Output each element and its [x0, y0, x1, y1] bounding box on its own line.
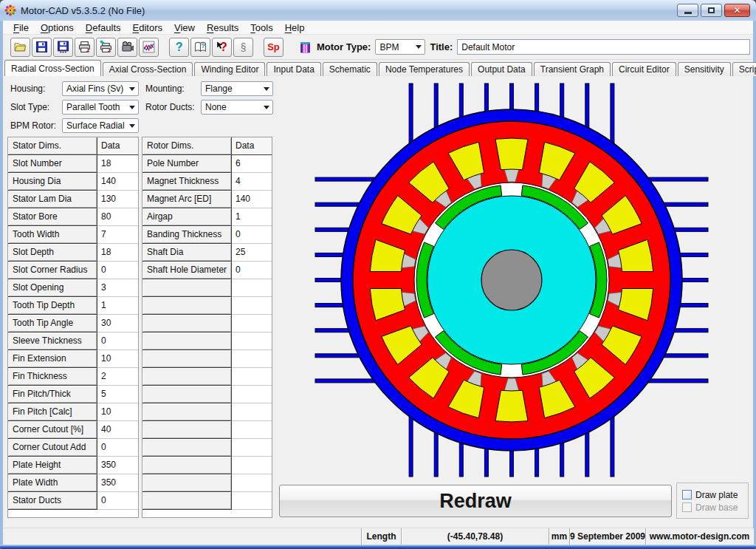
row-label: Slot Corner Radius — [8, 262, 97, 279]
tab-transient-graph[interactable]: Transient Graph — [534, 62, 611, 76]
housing-fin — [409, 83, 413, 150]
row-value[interactable]: 0 — [97, 492, 138, 510]
row-value[interactable]: 130 — [97, 191, 138, 208]
row-value[interactable] — [232, 279, 272, 297]
print-setup-button[interactable] — [96, 38, 116, 57]
row-value[interactable] — [232, 386, 272, 403]
save-as-button[interactable] — [53, 38, 73, 57]
row-label: Fin Pitch [Calc] — [8, 403, 97, 421]
row-value[interactable]: 6 — [232, 155, 272, 173]
row-value[interactable] — [232, 333, 272, 350]
redraw-button[interactable]: Redraw — [279, 485, 672, 517]
tab-radial-cross-section[interactable]: Radial Cross-Section — [4, 60, 101, 76]
tab-schematic[interactable]: Schematic — [323, 62, 377, 76]
row-label: Airgap — [142, 208, 232, 226]
row-value[interactable] — [232, 492, 272, 510]
tab-sensitivity[interactable]: Sensitivity — [678, 62, 731, 76]
menu-file[interactable]: File — [7, 21, 35, 34]
row-value[interactable]: 10 — [97, 403, 138, 421]
row-value[interactable]: 4 — [232, 173, 272, 191]
tab-scripting[interactable]: Scripting — [732, 62, 756, 76]
row-value[interactable]: 10 — [97, 350, 138, 368]
row-value[interactable] — [232, 350, 272, 368]
row-value[interactable]: 1 — [97, 297, 138, 315]
tab-circuit-editor[interactable]: Circuit Editor — [612, 62, 676, 76]
chevron-down-icon — [416, 45, 422, 49]
cross-section-canvas[interactable] — [279, 78, 752, 482]
tab-output-data[interactable]: Output Data — [471, 62, 532, 76]
stator-slot-winding — [495, 138, 528, 170]
housing-fin — [642, 379, 708, 383]
row-value[interactable]: 18 — [97, 155, 138, 173]
row-value[interactable] — [232, 421, 272, 439]
row-value[interactable]: 40 — [97, 421, 138, 439]
row-value[interactable]: 140 — [97, 173, 138, 191]
capture-button[interactable] — [117, 38, 137, 57]
tab-input-data[interactable]: Input Data — [267, 62, 320, 76]
menu-help[interactable]: Help — [279, 21, 311, 34]
table-row: Tooth Tip Depth1 — [8, 297, 138, 315]
slot-type-select[interactable]: Parallel Tooth — [62, 100, 139, 115]
row-value[interactable]: 140 — [232, 191, 272, 208]
row-value[interactable]: 350 — [97, 457, 138, 474]
row-value[interactable] — [232, 457, 272, 474]
motor-title-input[interactable] — [457, 39, 750, 55]
tab-node-temperatures[interactable]: Node Temperatures — [379, 62, 470, 76]
save-button[interactable] — [32, 38, 52, 57]
about-button[interactable]: § — [233, 38, 253, 57]
row-value[interactable]: 0 — [232, 262, 272, 279]
status-website: www.motor-design.com — [646, 528, 753, 545]
menu-tools[interactable]: Tools — [244, 21, 278, 34]
menu-options[interactable]: Options — [35, 21, 80, 34]
sp-button[interactable]: Sp — [264, 38, 284, 57]
table-header-row: Rotor Dims.Data — [142, 137, 272, 155]
row-value[interactable]: 0 — [97, 262, 138, 279]
mounting-select[interactable]: Flange — [201, 81, 273, 96]
row-value[interactable]: 350 — [97, 474, 138, 492]
draw-plate-checkbox[interactable]: Draw plate — [682, 488, 748, 501]
help-button[interactable]: ? — [169, 38, 189, 57]
housing-select[interactable]: Axial Fins (Sv) — [62, 81, 139, 96]
menu-results[interactable]: Results — [201, 21, 244, 34]
row-value[interactable] — [232, 439, 272, 457]
bpm-rotor-select[interactable]: Surface Radial — [62, 118, 139, 133]
context-help-button[interactable]: ? — [212, 38, 232, 57]
tab-axial-cross-section[interactable]: Axial Cross-Section — [103, 62, 193, 76]
motor-type-select[interactable]: BPM — [375, 39, 425, 55]
maximize-button[interactable] — [701, 4, 722, 17]
row-value[interactable]: 0 — [97, 333, 138, 350]
row-value[interactable] — [232, 297, 272, 315]
row-value[interactable]: 0 — [232, 226, 272, 244]
row-value[interactable]: 80 — [97, 208, 138, 226]
row-value[interactable]: 0 — [97, 439, 138, 457]
menu-view[interactable]: View — [168, 21, 201, 34]
menu-defaults[interactable]: Defaults — [80, 21, 127, 34]
row-value[interactable]: 25 — [232, 244, 272, 262]
row-value[interactable]: 7 — [97, 226, 138, 244]
row-label: Tooth Width — [8, 226, 97, 244]
row-value[interactable] — [232, 368, 272, 386]
rotor-ducts-select[interactable]: None — [201, 100, 273, 115]
menu-editors[interactable]: Editors — [127, 21, 168, 34]
row-label — [142, 333, 232, 350]
row-value[interactable]: 18 — [97, 244, 138, 262]
row-value[interactable]: 5 — [97, 386, 138, 403]
help-book-button[interactable]: ? — [190, 38, 210, 57]
close-button[interactable]: ✕ — [724, 4, 750, 17]
row-value[interactable]: 2 — [97, 368, 138, 386]
column-header: Data — [232, 137, 272, 155]
status-blank — [3, 528, 362, 545]
row-value[interactable]: 1 — [232, 208, 272, 226]
row-value[interactable]: 3 — [97, 279, 138, 297]
print-button[interactable] — [75, 38, 94, 57]
minimize-button[interactable] — [677, 4, 698, 17]
row-label: Housing Dia — [8, 173, 97, 191]
graph-button[interactable] — [139, 38, 159, 57]
row-value[interactable] — [232, 315, 272, 333]
tab-winding-editor[interactable]: Winding Editor — [194, 62, 265, 76]
toolbar-group-1 — [10, 38, 159, 57]
open-button[interactable] — [10, 38, 30, 57]
row-value[interactable] — [232, 403, 272, 421]
row-value[interactable] — [232, 474, 272, 492]
row-value[interactable]: 30 — [97, 315, 138, 333]
